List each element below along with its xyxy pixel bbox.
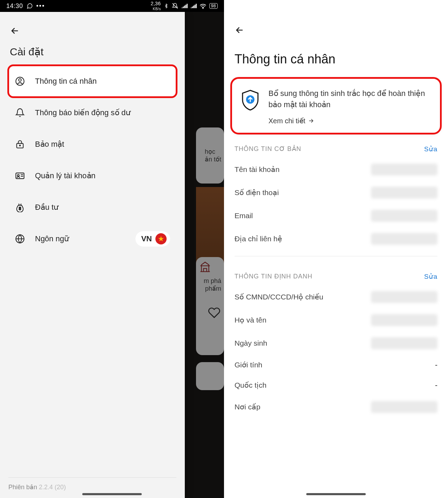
menu-item-invest[interactable]: $ Đầu tư xyxy=(8,192,176,223)
menu-item-balance-notify[interactable]: Thông báo biến động số dư xyxy=(8,97,176,129)
menu-item-personal-info[interactable]: Thông tin cá nhân xyxy=(8,65,176,97)
menu-item-security[interactable]: Bảo mật xyxy=(8,129,176,160)
blurred-value xyxy=(371,233,438,245)
flag-vn-icon: ★ xyxy=(155,233,167,244)
menu-item-label: Bảo mật xyxy=(35,140,64,149)
empty-value: - xyxy=(435,360,438,369)
more-icon: ••• xyxy=(36,2,45,10)
net-rate: 2,36 xyxy=(150,1,161,6)
user-icon xyxy=(15,76,25,86)
row-phone: Số điện thoại xyxy=(224,181,448,204)
row-gender: Giới tính- xyxy=(224,355,448,375)
menu-item-label: Đầu tư xyxy=(35,203,58,212)
blurred-value xyxy=(371,337,438,349)
row-address: Địa chỉ liên hệ xyxy=(224,227,448,250)
mute-icon xyxy=(172,3,178,9)
back-button[interactable] xyxy=(234,25,438,35)
drawer-title: Cài đặt xyxy=(10,46,176,58)
promo-text: Bổ sung thông tin sinh trắc học để hoàn … xyxy=(268,88,432,110)
row-fullname: Họ và tên xyxy=(224,309,448,332)
menu-item-label: Quản lý tài khoản xyxy=(35,171,96,180)
section-basic-header: THÔNG TIN CƠ BẢN Sửa xyxy=(224,134,448,158)
phone-right: Thông tin cá nhân Bổ sung thông tin sinh… xyxy=(224,0,448,498)
blurred-value xyxy=(371,187,438,199)
home-indicator xyxy=(306,493,366,495)
bluetooth-icon xyxy=(164,3,169,9)
blurred-value xyxy=(371,314,438,326)
wifi-icon xyxy=(200,3,206,9)
lang-code: VN xyxy=(141,234,152,243)
lock-icon xyxy=(15,139,25,149)
svg-point-4 xyxy=(20,145,21,146)
blurred-value xyxy=(371,210,438,222)
section-ident-header: THÔNG TIN ĐỊNH DANH Sửa xyxy=(224,262,448,285)
empty-value: - xyxy=(435,381,438,390)
chat-icon xyxy=(27,3,33,9)
svg-point-6 xyxy=(18,174,19,176)
row-issue-place: Nơi cấp xyxy=(224,395,448,419)
svg-text:$: $ xyxy=(19,206,21,210)
language-selector[interactable]: VN ★ xyxy=(135,231,170,247)
row-id-number: Số CMND/CCCD/Hộ chiếu xyxy=(224,285,448,309)
blurred-value xyxy=(371,291,438,303)
menu-item-label: Thông báo biến động số dư xyxy=(35,108,131,117)
battery-icon: 98 xyxy=(209,3,218,9)
home-indicator xyxy=(82,493,142,495)
row-nationality: Quốc tịch- xyxy=(224,375,448,395)
svg-point-0 xyxy=(203,8,203,9)
biometric-promo-card[interactable]: Bổ sung thông tin sinh trắc học để hoàn … xyxy=(230,77,442,134)
row-account-name: Tên tài khoản xyxy=(224,158,448,181)
edit-ident-button[interactable]: Sửa xyxy=(424,272,438,281)
row-dob: Ngày sinh xyxy=(224,332,448,355)
status-time: 14:30 xyxy=(6,2,23,10)
shield-upload-icon xyxy=(240,88,261,125)
menu-item-account-mgmt[interactable]: Quản lý tài khoản xyxy=(8,160,176,192)
menu-item-label: Ngôn ngữ xyxy=(35,234,69,243)
promo-detail-link[interactable]: Xem chi tiết xyxy=(268,117,432,125)
id-card-icon xyxy=(15,171,25,181)
menu-item-label: Thông tin cá nhân xyxy=(35,77,97,86)
money-bag-icon: $ xyxy=(15,202,25,212)
svg-point-2 xyxy=(19,79,21,81)
page-title: Thông tin cá nhân xyxy=(234,52,438,67)
blurred-value xyxy=(371,164,438,175)
settings-drawer: Cài đặt Thông tin cá nhân Thông báo biến… xyxy=(0,12,185,498)
phone-left: 14:30 ••• 2,36 KB/s xyxy=(0,0,224,498)
menu-item-language[interactable]: Ngôn ngữ VN ★ xyxy=(8,223,176,255)
status-bar: 14:30 ••• 2,36 KB/s xyxy=(0,0,224,12)
signal-icon-2 xyxy=(190,4,197,8)
version-text: Phiên bản 2.2.4 (20) xyxy=(8,483,176,491)
back-button[interactable] xyxy=(10,26,176,36)
blurred-value xyxy=(371,401,438,413)
globe-icon xyxy=(15,234,25,244)
net-unit: KB/s xyxy=(153,7,161,11)
row-email: Email xyxy=(224,204,448,227)
edit-basic-button[interactable]: Sửa xyxy=(424,145,438,153)
signal-icon-1 xyxy=(181,4,188,8)
bell-icon xyxy=(15,108,25,118)
